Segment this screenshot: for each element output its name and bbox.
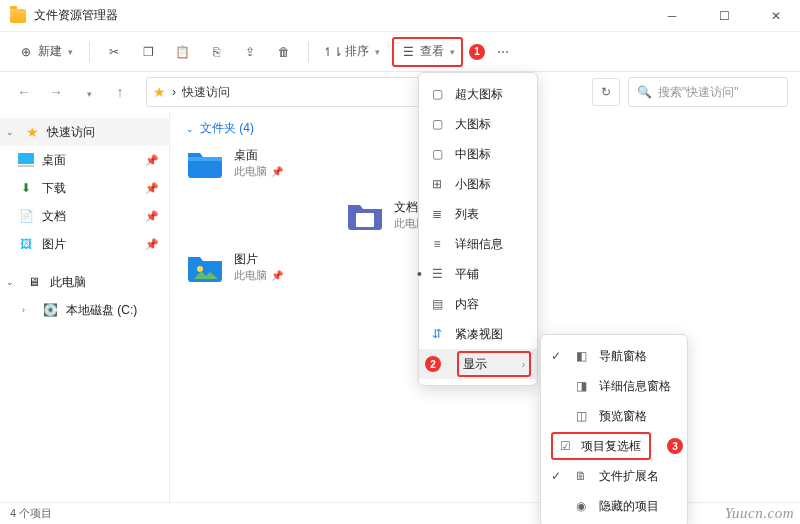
icon-l-icon: ▢ [429,117,445,131]
svg-rect-2 [356,213,374,227]
sidebar-item-label: 桌面 [42,152,66,169]
chevron-right-icon: › [22,305,34,315]
trash-icon: 🗑 [276,44,292,60]
view-button[interactable]: ☰ 查看 ▾ [392,37,463,67]
check-icon: ✓ [551,349,563,363]
sidebar-item-pictures[interactable]: 🖼 图片 📌 [0,230,169,258]
menu-item-extra-large[interactable]: ▢超大图标 [419,79,537,109]
recent-button[interactable]: ▾ [76,84,100,100]
search-input[interactable]: 🔍 搜索"快速访问" [628,77,788,107]
sidebar-this-pc[interactable]: ⌄ 🖥 此电脑 [0,268,169,296]
details-icon: ≡ [429,237,445,251]
menu-item-small[interactable]: ⊞小图标 [419,169,537,199]
close-button[interactable]: ✕ [762,4,790,28]
icon-s-icon: ⊞ [429,177,445,191]
pane-icon: ◧ [573,349,589,363]
section-label: 文件夹 (4) [200,120,254,137]
pictures-icon: 🖼 [18,236,34,252]
content-icon: ▤ [429,297,445,311]
menu-label: 显示 [463,356,487,373]
maximize-button[interactable]: ☐ [710,4,738,28]
file-item-desktop[interactable]: 桌面 此电脑📌 [186,147,366,179]
pin-icon: 📌 [271,166,283,177]
desktop-icon [18,152,34,168]
chevron-down-icon: ▾ [450,47,455,57]
copy-button[interactable]: ❐ [134,38,162,66]
pane-icon: ◫ [573,409,589,423]
menu-item-checkboxes[interactable]: ☑ 项目复选框 3 [541,431,687,461]
file-name: 图片 [234,252,258,266]
show-submenu: ✓◧导航窗格 ◨详细信息窗格 ◫预览窗格 ☑ 项目复选框 3 ✓🗎文件扩展名 ◉… [540,334,688,524]
sidebar-item-desktop[interactable]: 桌面 📌 [0,146,169,174]
menu-item-compact[interactable]: ⇵紧凑视图 [419,319,537,349]
paste-button[interactable]: 📋 [168,38,196,66]
up-button[interactable]: ↑ [108,84,132,100]
menu-item-preview-pane[interactable]: ◫预览窗格 [541,401,687,431]
share-icon: ⇪ [242,44,258,60]
pane-icon: ◨ [573,379,589,393]
sidebar-item-documents[interactable]: 📄 文档 📌 [0,202,169,230]
new-button[interactable]: ⊕ 新建 ▾ [12,38,79,66]
menu-item-show[interactable]: 2 显示 › [419,349,537,379]
sidebar-item-label: 图片 [42,236,66,253]
document-icon: 📄 [18,208,34,224]
share-button[interactable]: ⇪ [236,38,264,66]
back-button[interactable]: ← [12,84,36,100]
search-placeholder: 搜索"快速访问" [658,84,739,101]
badge-1: 1 [469,44,485,60]
menu-label: 导航窗格 [599,348,647,365]
menu-item-large[interactable]: ▢大图标 [419,109,537,139]
menu-item-content[interactable]: ▤内容 [419,289,537,319]
folder-icon [186,147,224,179]
menu-item-list[interactable]: ≣列表 [419,199,537,229]
breadcrumb-sep: › [172,85,176,99]
pin-icon: 📌 [271,270,283,281]
menu-item-medium[interactable]: ▢中图标 [419,139,537,169]
minimize-button[interactable]: ─ [658,4,686,28]
icon-m-icon: ▢ [429,147,445,161]
folder-icon [346,199,384,231]
toolbar: ⊕ 新建 ▾ ✂ ❐ 📋 ⎘ ⇪ 🗑 ↿⇂ 排序 ▾ ☰ 查看 ▾ 1 ⋯ [0,32,800,72]
pin-icon: 📌 [145,182,159,195]
menu-item-extensions[interactable]: ✓🗎文件扩展名 [541,461,687,491]
menu-item-hidden[interactable]: ◉隐藏的项目 [541,491,687,521]
sidebar-quick-access[interactable]: ⌄ ★ 快速访问 [0,118,169,146]
item-count: 4 个项目 [10,506,52,521]
address-bar[interactable]: ★ › 快速访问 [146,77,446,107]
pin-icon: 📌 [145,238,159,251]
file-item-pictures[interactable]: 图片 此电脑📌 [186,251,366,283]
sort-button[interactable]: ↿⇂ 排序 ▾ [319,38,386,66]
menu-item-tiles[interactable]: •☰平铺 [419,259,537,289]
eye-icon: ◉ [573,499,589,513]
checkbox-icon: ☑ [557,439,573,453]
chevron-down-icon: ▾ [68,47,73,57]
more-button[interactable]: ⋯ [491,38,515,66]
refresh-button[interactable]: ↻ [592,78,620,106]
chevron-down-icon: ▾ [375,47,380,57]
menu-item-details-pane[interactable]: ◨详细信息窗格 [541,371,687,401]
star-icon: ★ [153,84,166,100]
menu-label: 列表 [455,206,479,223]
menu-item-details[interactable]: ≡详细信息 [419,229,537,259]
drive-icon: 💽 [42,302,58,318]
window-title: 文件资源管理器 [34,7,118,24]
file-icon: 🗎 [573,469,589,483]
chevron-down-icon: ⌄ [186,124,194,134]
sidebar-item-drive-c[interactable]: › 💽 本地磁盘 (C:) [0,296,169,324]
menu-item-nav-pane[interactable]: ✓◧导航窗格 [541,341,687,371]
rename-button[interactable]: ⎘ [202,38,230,66]
ellipsis-icon: ⋯ [497,45,509,59]
menu-label: 大图标 [455,116,491,133]
scissors-icon: ✂ [106,44,122,60]
separator [308,42,309,62]
forward-button[interactable]: → [44,84,68,100]
menu-label: 项目复选框 [581,438,641,455]
pin-icon: 📌 [145,210,159,223]
sidebar-item-label: 下载 [42,180,66,197]
sidebar-item-downloads[interactable]: ⬇ 下载 📌 [0,174,169,202]
delete-button[interactable]: 🗑 [270,38,298,66]
menu-label: 平铺 [455,266,479,283]
cut-button[interactable]: ✂ [100,38,128,66]
menu-label: 紧凑视图 [455,326,503,343]
list-icon: ≣ [429,207,445,221]
